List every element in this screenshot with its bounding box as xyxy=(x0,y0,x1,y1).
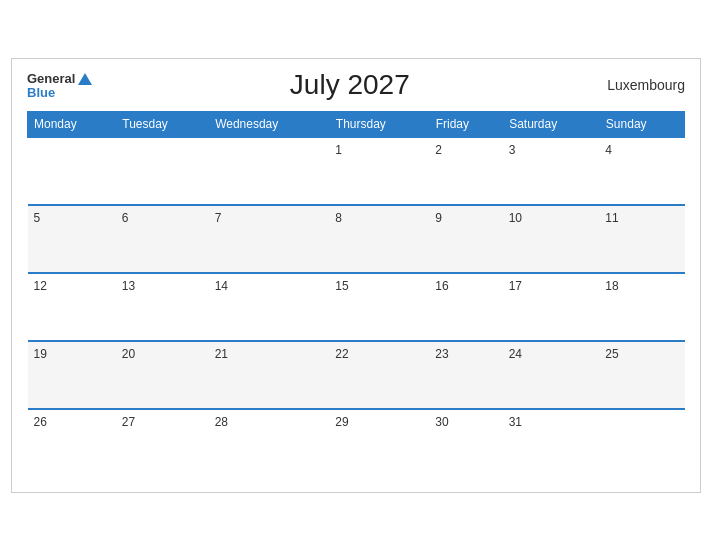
calendar-cell: 26 xyxy=(28,409,116,477)
calendar-cell: 22 xyxy=(329,341,429,409)
day-header-wednesday: Wednesday xyxy=(209,111,330,137)
day-header-sunday: Sunday xyxy=(599,111,684,137)
calendar-cell: 17 xyxy=(503,273,600,341)
calendar-cell: 25 xyxy=(599,341,684,409)
calendar-cell: 24 xyxy=(503,341,600,409)
logo-blue-text: Blue xyxy=(27,86,92,99)
calendar-cell: 14 xyxy=(209,273,330,341)
week-row-3: 19202122232425 xyxy=(28,341,685,409)
calendar-cell: 15 xyxy=(329,273,429,341)
day-header-tuesday: Tuesday xyxy=(116,111,209,137)
country-label: Luxembourg xyxy=(607,77,685,93)
calendar-cell: 18 xyxy=(599,273,684,341)
calendar-cell: 3 xyxy=(503,137,600,205)
calendar-cell: 13 xyxy=(116,273,209,341)
calendar-cell: 4 xyxy=(599,137,684,205)
week-row-4: 262728293031 xyxy=(28,409,685,477)
day-header-friday: Friday xyxy=(429,111,502,137)
calendar-cell: 29 xyxy=(329,409,429,477)
logo-triangle-icon xyxy=(78,73,92,85)
calendar-cell: 11 xyxy=(599,205,684,273)
calendar-cell: 7 xyxy=(209,205,330,273)
week-row-1: 567891011 xyxy=(28,205,685,273)
calendar-cell xyxy=(209,137,330,205)
calendar-cell: 8 xyxy=(329,205,429,273)
calendar-container: General Blue July 2027 Luxembourg Monday… xyxy=(11,58,701,493)
calendar-cell: 21 xyxy=(209,341,330,409)
calendar-cell: 28 xyxy=(209,409,330,477)
calendar-cell: 31 xyxy=(503,409,600,477)
calendar-cell: 10 xyxy=(503,205,600,273)
week-row-2: 12131415161718 xyxy=(28,273,685,341)
logo-general-text: General xyxy=(27,70,92,86)
calendar-cell: 6 xyxy=(116,205,209,273)
day-header-thursday: Thursday xyxy=(329,111,429,137)
calendar-cell: 12 xyxy=(28,273,116,341)
calendar-cell: 27 xyxy=(116,409,209,477)
calendar-cell xyxy=(28,137,116,205)
calendar-cell xyxy=(116,137,209,205)
logo: General Blue xyxy=(27,70,92,99)
calendar-cell: 20 xyxy=(116,341,209,409)
calendar-cell xyxy=(599,409,684,477)
calendar-header: General Blue July 2027 Luxembourg xyxy=(27,69,685,101)
week-row-0: 1234 xyxy=(28,137,685,205)
month-title: July 2027 xyxy=(290,69,410,101)
calendar-cell: 19 xyxy=(28,341,116,409)
calendar-cell: 2 xyxy=(429,137,502,205)
calendar-grid: MondayTuesdayWednesdayThursdayFridaySatu… xyxy=(27,111,685,477)
day-header-monday: Monday xyxy=(28,111,116,137)
day-header-saturday: Saturday xyxy=(503,111,600,137)
calendar-cell: 23 xyxy=(429,341,502,409)
calendar-cell: 9 xyxy=(429,205,502,273)
calendar-cell: 5 xyxy=(28,205,116,273)
calendar-cell: 1 xyxy=(329,137,429,205)
calendar-cell: 30 xyxy=(429,409,502,477)
day-header-row: MondayTuesdayWednesdayThursdayFridaySatu… xyxy=(28,111,685,137)
calendar-cell: 16 xyxy=(429,273,502,341)
